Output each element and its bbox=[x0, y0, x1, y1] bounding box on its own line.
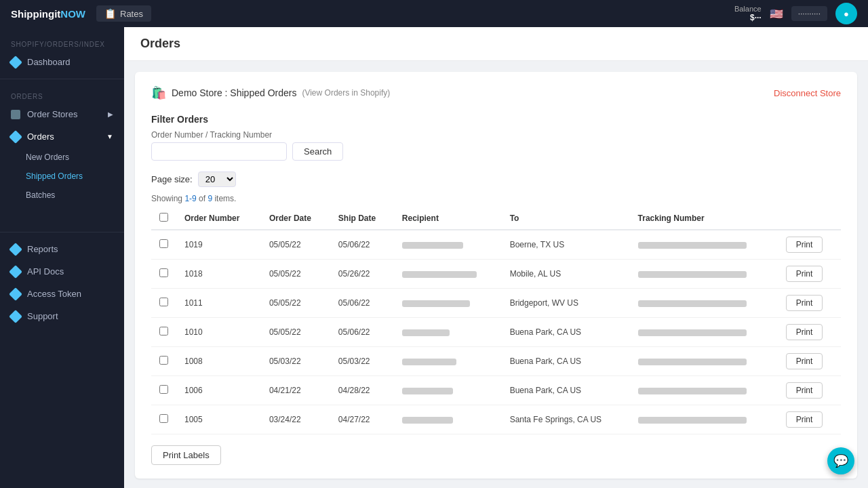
sidebar-item-dashboard[interactable]: Dashboard bbox=[0, 51, 124, 73]
flag-icon: 🇺🇸 bbox=[770, 7, 783, 20]
recipient-blurred bbox=[402, 329, 450, 336]
pagination-controls: Page size: 10 20 50 100 Showing 1-9 of 9… bbox=[151, 171, 841, 203]
table-row: 1018 05/05/22 05/26/22 Mobile, AL US Pri… bbox=[151, 260, 841, 289]
order-date-cell: 05/03/22 bbox=[261, 347, 330, 376]
sidebar-item-order-stores[interactable]: Order Stores ▶ bbox=[0, 103, 124, 125]
disconnect-store-button[interactable]: Disconnect Store bbox=[774, 88, 841, 98]
orders-tbody: 1019 05/05/22 05/06/22 Boerne, TX US Pri… bbox=[151, 230, 841, 434]
row-checkbox-cell bbox=[151, 230, 176, 260]
tracking-blurred bbox=[638, 300, 747, 307]
sidebar-item-new-orders[interactable]: New Orders bbox=[26, 148, 124, 167]
print-button[interactable]: Print bbox=[786, 237, 823, 253]
order-number-cell: 1018 bbox=[176, 260, 261, 289]
filter-row: Search bbox=[151, 142, 841, 161]
shipped-orders-label: Shipped Orders bbox=[26, 171, 83, 181]
print-button[interactable]: Print bbox=[786, 382, 823, 399]
col-actions bbox=[778, 207, 841, 230]
sidebar-item-orders[interactable]: Orders ▼ bbox=[0, 125, 124, 148]
content-card: 🛍️ Demo Store : Shipped Orders (View Ord… bbox=[135, 72, 857, 479]
order-date-cell: 05/05/22 bbox=[261, 260, 330, 289]
sidebar-item-label: Order Stores bbox=[27, 109, 77, 119]
recipient-cell bbox=[394, 230, 502, 260]
search-button[interactable]: Search bbox=[292, 142, 343, 161]
recipient-cell bbox=[394, 376, 502, 405]
user-info[interactable]: ·········· bbox=[791, 6, 827, 21]
print-button-cell: Print bbox=[778, 347, 841, 376]
balance-badge: Balance $··· bbox=[734, 5, 762, 22]
tracking-blurred bbox=[638, 242, 747, 249]
order-date-cell: 05/05/22 bbox=[261, 230, 330, 260]
row-checkbox[interactable] bbox=[159, 356, 168, 365]
to-cell: Buena Park, CA US bbox=[502, 318, 630, 347]
table-row: 1019 05/05/22 05/06/22 Boerne, TX US Pri… bbox=[151, 230, 841, 260]
rates-nav-item[interactable]: 📋 Rates bbox=[96, 5, 151, 22]
access-token-icon bbox=[9, 287, 22, 301]
tracking-blurred bbox=[638, 417, 747, 424]
row-checkbox[interactable] bbox=[159, 327, 168, 336]
row-checkbox-cell bbox=[151, 289, 176, 318]
ship-date-cell: 05/26/22 bbox=[330, 260, 394, 289]
print-labels-button[interactable]: Print Labels bbox=[151, 445, 221, 465]
store-title: 🛍️ Demo Store : Shipped Orders (View Ord… bbox=[151, 85, 390, 100]
print-button[interactable]: Print bbox=[786, 295, 823, 311]
sidebar-item-label: Reports bbox=[27, 244, 58, 254]
recipient-blurred bbox=[402, 242, 463, 249]
view-shopify-link[interactable]: (View Orders in Shopify) bbox=[302, 88, 390, 98]
row-checkbox[interactable] bbox=[159, 298, 168, 306]
orders-submenu: New Orders Shipped Orders Batches bbox=[0, 148, 124, 205]
row-checkbox[interactable] bbox=[159, 385, 168, 394]
row-checkbox[interactable] bbox=[159, 239, 168, 248]
row-checkbox[interactable] bbox=[159, 268, 168, 277]
sidebar-item-batches[interactable]: Batches bbox=[26, 186, 124, 205]
tracking-blurred bbox=[638, 329, 747, 336]
order-number-cell: 1005 bbox=[176, 405, 261, 434]
page-range: 1-9 bbox=[184, 194, 196, 203]
to-cell: Mobile, AL US bbox=[502, 260, 630, 289]
batches-label: Batches bbox=[26, 190, 55, 200]
ship-date-cell: 04/27/22 bbox=[330, 405, 394, 434]
row-checkbox[interactable] bbox=[159, 414, 168, 423]
new-orders-label: New Orders bbox=[26, 152, 69, 162]
support-icon bbox=[9, 310, 22, 323]
sidebar-item-label: API Docs bbox=[27, 266, 64, 277]
print-button[interactable]: Print bbox=[786, 353, 823, 369]
recipient-blurred bbox=[402, 359, 456, 365]
tracking-number-cell bbox=[630, 289, 778, 318]
print-button-cell: Print bbox=[778, 405, 841, 434]
rates-icon: 📋 bbox=[104, 8, 116, 19]
select-all-checkbox[interactable] bbox=[159, 213, 168, 222]
row-checkbox-cell bbox=[151, 347, 176, 376]
page-size-row: Page size: 10 20 50 100 bbox=[151, 171, 841, 187]
order-search-input[interactable] bbox=[151, 142, 287, 161]
orders-section-label: ORDERS bbox=[0, 85, 124, 103]
order-number-cell: 1010 bbox=[176, 318, 261, 347]
sidebar-item-support[interactable]: Support bbox=[0, 305, 124, 327]
page-size-select[interactable]: 10 20 50 100 bbox=[198, 171, 236, 187]
recipient-blurred bbox=[402, 271, 477, 278]
order-date-cell: 03/24/22 bbox=[261, 405, 330, 434]
sidebar-item-access-token[interactable]: Access Token bbox=[0, 283, 124, 305]
balance-label: Balance bbox=[734, 5, 762, 13]
recipient-blurred bbox=[402, 300, 470, 307]
recipient-blurred bbox=[402, 417, 453, 424]
print-button-cell: Print bbox=[778, 230, 841, 260]
to-cell: Buena Park, CA US bbox=[502, 347, 630, 376]
nav-left: ShippingitNOW 📋 Rates bbox=[11, 5, 151, 22]
tracking-number-cell bbox=[630, 230, 778, 260]
ship-date-cell: 05/06/22 bbox=[330, 318, 394, 347]
chat-button[interactable]: ● bbox=[835, 3, 857, 24]
reports-icon bbox=[9, 243, 22, 256]
sidebar-item-shipped-orders[interactable]: Shipped Orders bbox=[26, 167, 124, 186]
print-button[interactable]: Print bbox=[786, 324, 823, 340]
order-date-cell: 04/21/22 bbox=[261, 376, 330, 405]
tracking-number-cell bbox=[630, 376, 778, 405]
sidebar-item-api-docs[interactable]: API Docs bbox=[0, 260, 124, 283]
order-number-cell: 1006 bbox=[176, 376, 261, 405]
row-checkbox-cell bbox=[151, 318, 176, 347]
app-body: SHOPIFY/ORDERS/INDEX Dashboard ORDERS Or… bbox=[0, 27, 868, 488]
to-cell: Buena Park, CA US bbox=[502, 376, 630, 405]
sidebar-item-reports[interactable]: Reports bbox=[0, 238, 124, 260]
print-button[interactable]: Print bbox=[786, 266, 823, 282]
print-button[interactable]: Print bbox=[786, 411, 823, 428]
chat-bubble[interactable]: 💬 bbox=[827, 447, 854, 474]
